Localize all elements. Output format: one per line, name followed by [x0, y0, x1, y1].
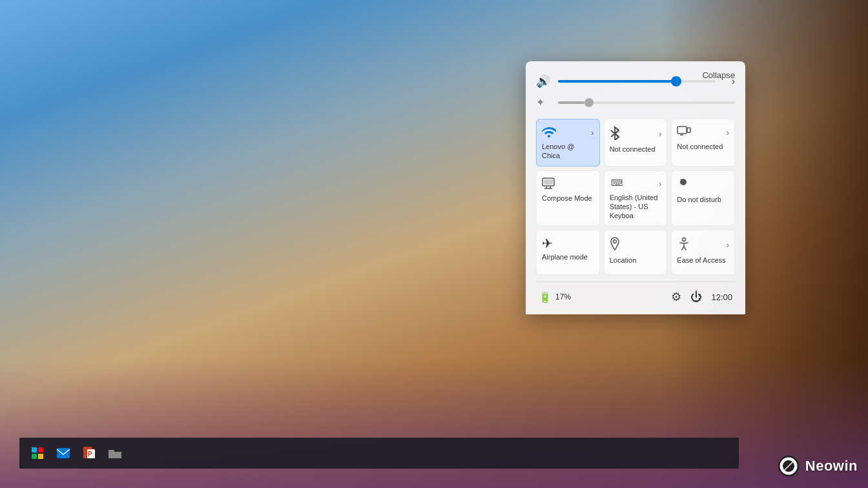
svg-rect-2	[677, 127, 687, 134]
power-icon[interactable]: ⏻	[690, 290, 702, 304]
brightness-track[interactable]	[558, 101, 735, 104]
bluetooth-chevron: ›	[659, 129, 661, 139]
tile-wifi[interactable]: › Lenovo @ Chica	[536, 119, 600, 167]
taskbar: P	[19, 438, 739, 469]
system-icons: ⚙ ⏻ 12:00	[671, 290, 732, 304]
ease-label: Ease of Access	[677, 256, 725, 265]
battery-icon: 🔋	[539, 291, 552, 303]
neowin-text: Neowin	[805, 458, 858, 474]
tile-compose-top	[542, 178, 594, 191]
dnd-label: Do not disturb	[677, 195, 721, 204]
display-icon	[677, 126, 691, 139]
svg-rect-3	[687, 128, 690, 132]
brightness-fill	[558, 101, 584, 104]
tile-ease-top: ›	[677, 237, 729, 253]
volume-fill	[558, 80, 676, 83]
volume-icon: 🔊	[536, 74, 552, 88]
tile-wifi-top: ›	[542, 126, 594, 139]
location-label: Location	[610, 256, 637, 265]
ease-icon	[677, 237, 691, 253]
svg-point-12	[683, 238, 686, 241]
svg-rect-6	[544, 179, 553, 185]
tile-dnd-top	[677, 178, 729, 192]
wifi-icon	[542, 126, 556, 139]
brightness-thumb[interactable]	[584, 98, 594, 107]
bluetooth-label: Not connected	[610, 145, 656, 154]
tile-airplane[interactable]: ✈ Airplane mode	[536, 230, 600, 275]
tile-keyboard-top: ⌨ ›	[610, 178, 662, 190]
clock: 12:00	[711, 292, 732, 302]
svg-text:⌨: ⌨	[611, 178, 623, 188]
compose-icon	[542, 178, 555, 191]
svg-rect-16	[38, 454, 43, 459]
keyboard-icon: ⌨	[610, 178, 623, 190]
taskbar-powerpoint[interactable]: P	[78, 442, 101, 465]
collapse-button[interactable]: Collapse	[702, 70, 735, 80]
action-center: Collapse 🔊 › ✦	[526, 61, 745, 314]
volume-thumb[interactable]	[671, 76, 681, 86]
volume-track[interactable]	[558, 80, 716, 83]
tile-ease[interactable]: › Ease of Access	[671, 230, 735, 275]
display-chevron: ›	[727, 128, 729, 137]
svg-text:P: P	[88, 451, 92, 458]
tile-bluetooth-top: ›	[610, 126, 662, 142]
keyboard-label: English (United States) - US Keyboa	[610, 193, 662, 221]
tile-dnd[interactable]: Do not disturb	[671, 170, 735, 227]
svg-point-11	[613, 240, 616, 243]
ease-chevron: ›	[727, 240, 729, 250]
bg-bottom	[0, 359, 868, 488]
brightness-row: ✦	[536, 96, 735, 108]
svg-rect-17	[57, 448, 70, 458]
tile-display[interactable]: › Not connected	[671, 119, 735, 167]
taskbar-mail[interactable]	[52, 442, 75, 465]
svg-rect-15	[32, 454, 37, 459]
brightness-icon: ✦	[536, 96, 552, 108]
settings-icon[interactable]: ⚙	[671, 290, 681, 304]
location-icon	[610, 237, 620, 253]
battery-percent: 17%	[555, 292, 571, 301]
tile-airplane-top: ✈	[542, 237, 594, 250]
dnd-icon	[677, 178, 690, 192]
neowin-watermark: Neowin	[777, 454, 858, 478]
tile-bluetooth[interactable]: › Not connected	[604, 119, 668, 167]
airplane-label: Airplane mode	[542, 252, 588, 261]
tile-compose[interactable]: Compose Mode	[536, 170, 600, 227]
bluetooth-icon	[610, 126, 620, 142]
separator	[536, 281, 735, 282]
display-label: Not connected	[677, 142, 723, 151]
bottom-bar: 🔋 17% ⚙ ⏻ 12:00	[536, 290, 735, 304]
svg-rect-13	[32, 447, 37, 452]
quick-tiles-grid: › Lenovo @ Chica › Not connected	[536, 119, 735, 275]
taskbar-files[interactable]	[103, 442, 127, 465]
tile-display-top: ›	[677, 126, 729, 139]
wifi-label: Lenovo @ Chica	[542, 142, 594, 161]
start-button[interactable]	[26, 442, 49, 465]
battery-area: 🔋 17%	[539, 291, 571, 303]
tile-location[interactable]: Location	[604, 230, 668, 275]
keyboard-chevron: ›	[659, 179, 661, 188]
tile-keyboard[interactable]: ⌨ › English (United States) - US Keyboa	[604, 170, 668, 227]
airplane-icon: ✈	[542, 237, 553, 250]
wifi-chevron: ›	[591, 128, 594, 137]
tile-location-top	[610, 237, 662, 253]
compose-label: Compose Mode	[542, 194, 592, 203]
svg-rect-14	[38, 447, 43, 452]
